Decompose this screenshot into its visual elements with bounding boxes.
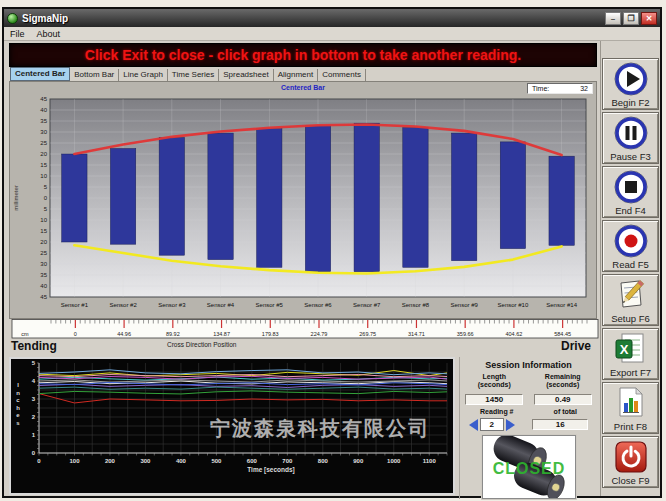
of-total-label: of total (554, 408, 577, 416)
svg-text:35: 35 (40, 272, 47, 278)
excel-icon: X (613, 331, 649, 367)
menu-about[interactable]: About (37, 29, 61, 39)
svg-text:200: 200 (105, 458, 116, 464)
svg-text:1000: 1000 (387, 458, 401, 464)
reading-next-arrow-icon[interactable] (506, 419, 515, 431)
close-button[interactable]: ✕ (641, 12, 657, 25)
menu-bar: File About (4, 27, 660, 41)
svg-text:Sensor #9: Sensor #9 (451, 302, 479, 308)
svg-text:20: 20 (40, 239, 47, 245)
title-bar: SigmaNip – ❐ ✕ (4, 9, 660, 27)
restore-button[interactable]: ❐ (623, 12, 639, 25)
svg-text:1100: 1100 (423, 458, 437, 464)
svg-text:314.71: 314.71 (408, 331, 425, 337)
notepad-pencil-icon (613, 277, 649, 313)
svg-text:45: 45 (40, 294, 47, 300)
svg-text:44.96: 44.96 (117, 331, 131, 337)
tending-label: Tending (11, 339, 57, 353)
svg-text:Sensor #3: Sensor #3 (158, 302, 186, 308)
tab-time-series[interactable]: Time Series (168, 69, 219, 81)
pause-button[interactable]: Pause F3 (602, 112, 659, 164)
app-logo-icon (7, 13, 18, 24)
svg-text:179.83: 179.83 (262, 331, 279, 337)
centered-bar-panel: Centered Bar Time: 32 454035302520151050… (9, 81, 597, 319)
svg-text:X: X (619, 342, 628, 357)
message-banner: Click Exit to close - click graph in bot… (9, 43, 597, 67)
time-value: 32 (580, 85, 588, 92)
end-button[interactable]: End F4 (602, 166, 659, 218)
svg-text:224.79: 224.79 (311, 331, 328, 337)
power-icon (613, 439, 649, 475)
ruler-strip: 044.9689.92134.87179.83224.79269.75314.7… (9, 319, 600, 339)
svg-text:10: 10 (40, 217, 47, 223)
svg-text:0: 0 (44, 195, 48, 201)
stop-icon (613, 169, 649, 205)
menu-file[interactable]: File (10, 29, 25, 39)
svg-text:20: 20 (40, 151, 47, 157)
tab-comments[interactable]: Comments (318, 69, 366, 81)
reading-number-value[interactable]: 2 (480, 418, 504, 431)
cross-direction-label: Cross Direction Position (167, 341, 236, 348)
tab-bottom-bar[interactable]: Bottom Bar (70, 69, 119, 81)
app-window: SigmaNip – ❐ ✕ File About Click Exit to … (2, 7, 662, 498)
session-labels-row: Length (seconds) Remaining (seconds) (460, 373, 597, 389)
session-info-title: Session Information (460, 360, 597, 370)
minimize-button[interactable]: – (605, 12, 621, 25)
content-area: Click Exit to close - click graph in bot… (4, 41, 660, 496)
export-button[interactable]: X Export F7 (602, 328, 659, 380)
record-icon (613, 223, 649, 259)
read-button[interactable]: Read F5 (602, 220, 659, 272)
end-button-label: End F4 (615, 205, 646, 216)
svg-text:Sensor #8: Sensor #8 (402, 302, 430, 308)
svg-text:900: 900 (353, 458, 364, 464)
tab-spreadsheet[interactable]: Spreadsheet (219, 69, 273, 81)
banner-text: Click Exit to close - click graph in bot… (85, 47, 521, 63)
reading-stepper-row: 2 16 (460, 418, 597, 431)
svg-text:Sensor #7: Sensor #7 (353, 302, 381, 308)
reading-previous-arrow-icon[interactable] (469, 419, 478, 431)
svg-text:359.66: 359.66 (457, 331, 474, 337)
svg-text:100: 100 (69, 458, 80, 464)
svg-text:15: 15 (40, 162, 47, 168)
pause-button-label: Pause F3 (610, 151, 651, 162)
pause-icon (613, 115, 649, 151)
svg-text:30: 30 (40, 261, 47, 267)
print-button[interactable]: Print F8 (602, 382, 659, 434)
session-info-panel: Session Information Length (seconds) Rem… (459, 357, 597, 499)
tab-centered-bar[interactable]: Centered Bar (10, 67, 70, 81)
time-series-graph[interactable]: 0123450100200300400500600700800900100011… (9, 357, 455, 495)
remaining-value: 0.49 (534, 394, 592, 405)
svg-text:Sensor #6: Sensor #6 (304, 302, 332, 308)
session-values-row: 1450 0.49 (460, 392, 597, 405)
svg-text:404.62: 404.62 (505, 331, 522, 337)
svg-text:300: 300 (140, 458, 151, 464)
reading-stepper: 2 (469, 418, 515, 431)
of-total-value: 16 (532, 419, 588, 430)
svg-text:500: 500 (211, 458, 222, 464)
svg-text:Sensor #2: Sensor #2 (109, 302, 137, 308)
svg-text:269.75: 269.75 (359, 331, 376, 337)
svg-text:n: n (16, 390, 20, 396)
drive-label: Drive (561, 339, 591, 353)
svg-text:5: 5 (44, 206, 48, 212)
svg-text:millimeter: millimeter (13, 185, 19, 211)
begin-button[interactable]: Begin F2 (602, 58, 659, 110)
svg-text:Sensor #14: Sensor #14 (546, 302, 577, 308)
nip-status-image: CLOSED (482, 435, 576, 499)
svg-text:45: 45 (40, 96, 47, 102)
svg-text:400: 400 (176, 458, 187, 464)
tab-line-graph[interactable]: Line Graph (119, 69, 168, 81)
svg-text:134.87: 134.87 (213, 331, 230, 337)
setup-button-label: Setup F6 (611, 313, 650, 324)
svg-text:h: h (16, 405, 20, 411)
time-label: Time: (532, 85, 549, 92)
svg-text:40: 40 (40, 283, 47, 289)
svg-text:5: 5 (44, 184, 48, 190)
tab-alignment[interactable]: Alignment (274, 69, 319, 81)
close-app-button[interactable]: Close F9 (602, 436, 659, 488)
setup-button[interactable]: Setup F6 (602, 274, 659, 326)
play-icon (613, 61, 649, 97)
svg-text:cm: cm (21, 331, 29, 337)
svg-text:700: 700 (282, 458, 293, 464)
centered-bar-chart: 45403530252015105051015202530354045milli… (10, 95, 594, 317)
